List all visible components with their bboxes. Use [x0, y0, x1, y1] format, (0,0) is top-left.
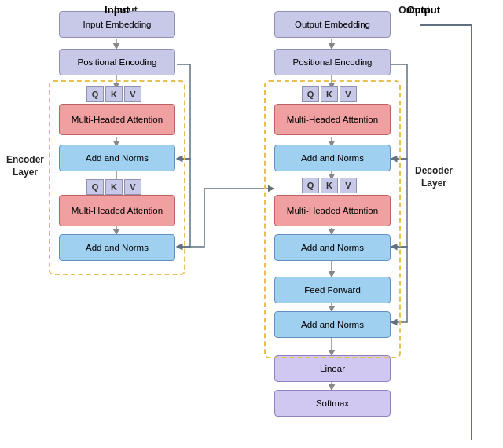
decoder-positional-encoding: Positional Encoding — [274, 49, 391, 75]
decoder-dashed-box — [264, 80, 401, 358]
decoder-softmax: Softmax — [274, 390, 391, 417]
diagram: Input Input Embedding Positional Encodin… — [0, 0, 503, 448]
decoder-layer-label: DecoderLayer — [412, 165, 456, 189]
input-label: Input — [59, 4, 175, 16]
output-label-top: Output — [377, 4, 440, 16]
encoder-positional-encoding: Positional Encoding — [59, 49, 175, 75]
encoder-layer-label: EncoderLayer — [3, 154, 47, 178]
encoder-dashed-box — [49, 80, 185, 275]
decoder-linear: Linear — [274, 355, 391, 382]
decoder-output-embedding: Output Embedding — [274, 11, 391, 38]
